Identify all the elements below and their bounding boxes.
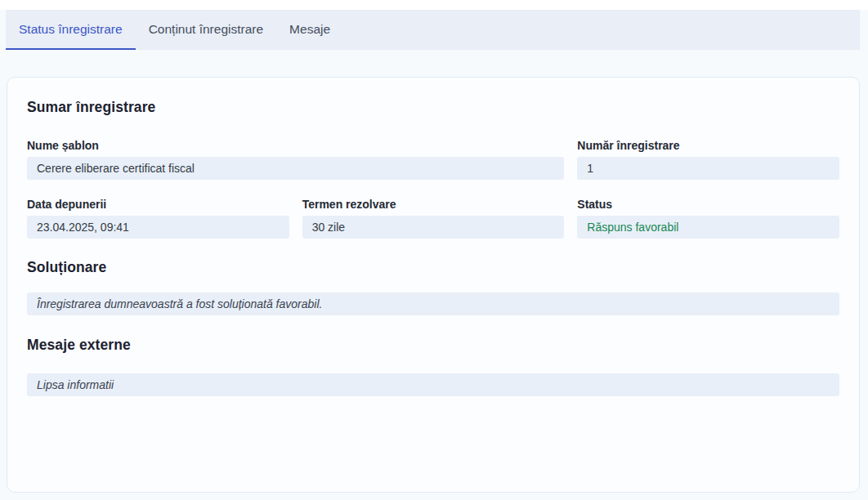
external-messages-title: Mesaje externe <box>27 337 839 354</box>
status-value: Răspuns favorabil <box>577 216 839 239</box>
template-name-value: Cerere eliberare certificat fiscal <box>27 157 564 180</box>
registration-number-label: Număr înregistrare <box>577 139 839 153</box>
tab-mesaje[interactable]: Mesaje <box>276 10 343 50</box>
registration-status-card: Sumar înregistrare Nume șablon Cerere el… <box>7 77 860 493</box>
submission-date-value: 23.04.2025, 09:41 <box>27 216 289 239</box>
status-label: Status <box>577 198 839 212</box>
summary-fields-grid: Nume șablon Cerere eliberare certificat … <box>27 139 839 239</box>
tab-status-inregistrare[interactable]: Status înregistrare <box>6 10 136 50</box>
top-white-strip <box>0 0 868 10</box>
field-registration-number: Număr înregistrare 1 <box>577 139 839 180</box>
external-messages-text: Lipsa informatii <box>27 373 839 396</box>
registration-number-value: 1 <box>577 157 839 180</box>
template-name-label: Nume șablon <box>27 139 564 153</box>
field-submission-date: Data depunerii 23.04.2025, 09:41 <box>27 198 289 239</box>
field-template-name: Nume șablon Cerere eliberare certificat … <box>27 139 564 180</box>
tab-bar: Status înregistrare Conținut înregistrar… <box>6 10 860 50</box>
resolution-title: Soluționare <box>27 259 839 276</box>
resolution-message: Înregistrarea dumneavoastră a fost soluț… <box>27 292 839 315</box>
field-resolution-term: Termen rezolvare 30 zile <box>302 198 565 239</box>
resolution-term-label: Termen rezolvare <box>302 198 565 212</box>
summary-title: Sumar înregistrare <box>27 99 839 116</box>
tab-continut-inregistrare[interactable]: Conținut înregistrare <box>136 10 276 50</box>
submission-date-label: Data depunerii <box>27 198 289 212</box>
resolution-term-value: 30 zile <box>302 216 565 239</box>
field-status: Status Răspuns favorabil <box>577 198 839 239</box>
